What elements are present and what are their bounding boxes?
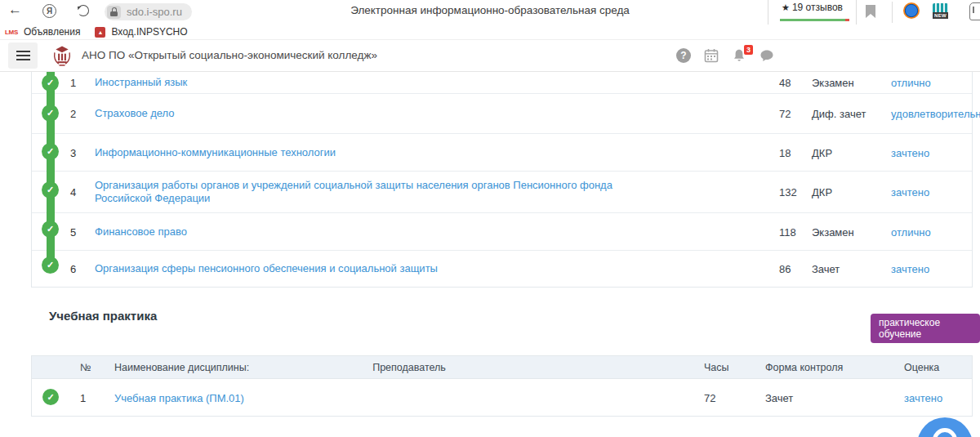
site-reviews-button[interactable]: 19 отзывов [768,0,857,25]
toolbar-divider [892,2,893,23]
bookmarks-bar: LMS Объявления Вход.INPSYCHO [0,25,980,40]
table-header-row: № Наименование дисциплины: Преподаватель… [32,356,972,379]
notification-count-badge: 3 [744,45,753,55]
chat-widget-logo [933,428,957,437]
bookmark-announcements[interactable]: Объявления [24,26,80,38]
discipline-link[interactable]: Организация сферы пенсионного обеспечени… [95,262,438,275]
table-row: 1 Иностранный язык 48 Экзамен отлично [32,72,972,94]
check-circle-icon [42,181,59,198]
check-circle-icon [42,74,59,91]
check-circle-icon [42,221,59,238]
rating-bar-negative [845,19,849,21]
row-number: 1 [80,391,86,404]
check-circle-icon [42,389,59,405]
table-row: 5 Финансовое право 118 Экзамен отлично [32,213,972,251]
table-row: 3 Информационно-коммуникационные техноло… [32,134,972,172]
hours-value: 118 [779,225,796,238]
header-icons: ? 3 [676,40,774,71]
hand-icon[interactable] [969,2,980,20]
browser-window: sdo.i-spo.ru Электронная информационно-о… [0,0,980,437]
progress-timeline [47,72,55,268]
control-form: ДКР [812,146,832,158]
hours-value: 48 [779,77,791,89]
hours-value: 86 [779,263,791,275]
grade-link[interactable]: отлично [891,225,931,238]
table-row: 4 Организация работы органов и учреждени… [32,172,972,213]
header-control-form: Форма контроля [765,362,843,373]
grade-link[interactable]: зачтено [904,391,942,404]
extension-new-icon[interactable]: NEW [933,3,948,19]
org-title: АНО ПО «Открытый социально-экономический… [82,49,377,61]
back-icon[interactable] [8,2,22,18]
discipline-link[interactable]: Организация работы органов и учреждений … [95,179,642,206]
check-circle-icon [42,256,59,274]
row-number: 1 [70,77,76,89]
header-number: № [80,362,91,373]
control-form: Зачет [812,263,840,275]
profile-avatar-icon[interactable] [903,2,920,19]
discipline-link[interactable]: Учебная практика (ПМ.01) [114,391,244,404]
control-form: Экзамен [812,225,854,238]
messages-icon[interactable] [760,48,774,63]
discipline-link[interactable]: Информационно-коммуникационные технологи… [95,145,336,158]
bookmark-login-inpsycho[interactable]: Вход.INPSYCHO [111,26,187,38]
grade-link[interactable]: удовлетворительно [891,108,980,120]
header-grade: Оценка [904,362,939,373]
row-number: 6 [70,263,76,275]
control-form: Зачет [765,391,793,404]
row-number: 5 [70,225,76,238]
practice-table: № Наименование дисциплины: Преподаватель… [31,355,973,417]
hours-value: 72 [779,108,791,120]
hours-value: 18 [779,146,791,158]
refresh-icon[interactable] [78,5,89,16]
row-number: 4 [70,186,76,198]
bookmark-icon[interactable] [866,5,875,18]
chat-widget-button[interactable] [917,417,973,437]
section-heading: Учебная практика [49,309,157,323]
hours-value: 72 [704,391,715,404]
grade-link[interactable]: отлично [891,77,931,89]
star-icon [782,2,790,12]
discipline-link[interactable]: Страховое дело [95,107,175,120]
grades-table: 1 Иностранный язык 48 Экзамен отлично 2 … [31,72,973,288]
app-header: АНО ПО «Открытый социально-экономический… [0,40,980,72]
grade-link[interactable]: зачтено [891,263,929,275]
control-form: Экзамен [812,77,854,89]
table-row: 6 Организация сферы пенсионного обеспече… [32,251,972,287]
hours-value: 132 [779,186,797,198]
url-text: sdo.i-spo.ru [127,6,182,18]
reviews-label: 19 отзывов [768,2,856,13]
header-teacher: Преподаватель [327,362,491,373]
row-number: 3 [70,146,76,158]
discipline-link[interactable]: Финансовое право [95,225,187,238]
control-form: Диф. зачет [812,108,866,120]
notifications-bell-icon[interactable]: 3 [732,48,746,63]
lock-icon[interactable] [107,6,121,19]
lms-favicon: LMS [5,29,18,36]
menu-icon[interactable] [8,42,38,69]
address-bar[interactable]: sdo.i-spo.ru [105,3,192,20]
grade-link[interactable]: зачтено [891,186,929,198]
main-content: 1 Иностранный язык 48 Экзамен отлично 2 … [0,72,980,437]
check-circle-icon [42,143,59,160]
new-badge: NEW [933,12,948,19]
discipline-link[interactable]: Иностранный язык [95,76,187,89]
header-discipline: Наименование дисциплины: [114,362,249,373]
browser-toolbar: sdo.i-spo.ru Электронная информационно-о… [0,0,980,25]
grade-link[interactable]: зачтено [891,146,929,158]
table-row: 1 Учебная практика (ПМ.01) 72 Зачет зачт… [32,379,972,416]
practice-type-badge: практическое обучение [871,314,980,343]
calendar-icon[interactable] [704,48,719,63]
table-row: 2 Страховое дело 72 Диф. зачет удовлетво… [32,94,972,134]
row-number: 2 [70,108,76,120]
inpsycho-favicon [95,27,105,38]
college-logo [51,44,74,68]
header-hours: Часы [704,362,729,373]
rating-bar [780,19,845,21]
check-circle-icon [42,105,59,122]
help-icon[interactable]: ? [676,48,691,63]
control-form: ДКР [812,186,832,198]
yandex-icon[interactable] [42,4,56,18]
